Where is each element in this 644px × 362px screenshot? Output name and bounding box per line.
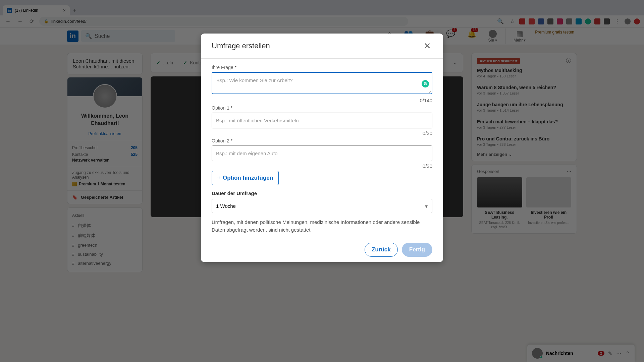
modal-overlay: Umfrage erstellen ✕ Ihre Frage * G 0/140… [0, 0, 644, 362]
duration-label: Dauer der Umfrage [212, 190, 432, 196]
back-button[interactable]: Zurück [365, 243, 398, 257]
plus-icon: + [217, 175, 221, 181]
add-option-button[interactable]: + Option hinzufügen [212, 171, 279, 185]
disclaimer-text: Umfragen, mit denen politische Meinungen… [212, 219, 432, 234]
question-counter: 0/140 [212, 98, 432, 103]
create-poll-modal: Umfrage erstellen ✕ Ihre Frage * G 0/140… [201, 34, 443, 262]
close-button[interactable]: ✕ [422, 40, 432, 52]
done-button[interactable]: Fertig [402, 243, 432, 257]
duration-select[interactable]: 1 Woche [212, 199, 432, 213]
option2-label: Option 2 * [212, 138, 432, 143]
question-label: Ihre Frage * [212, 65, 432, 70]
grammarly-icon[interactable]: G [422, 80, 429, 87]
option2-counter: 0/30 [212, 163, 432, 169]
question-input[interactable] [212, 72, 432, 94]
option1-counter: 0/30 [212, 130, 432, 136]
option1-input[interactable] [212, 113, 432, 128]
modal-title: Umfrage erstellen [212, 42, 270, 50]
option2-input[interactable] [212, 145, 432, 161]
option1-label: Option 1 * [212, 105, 432, 111]
